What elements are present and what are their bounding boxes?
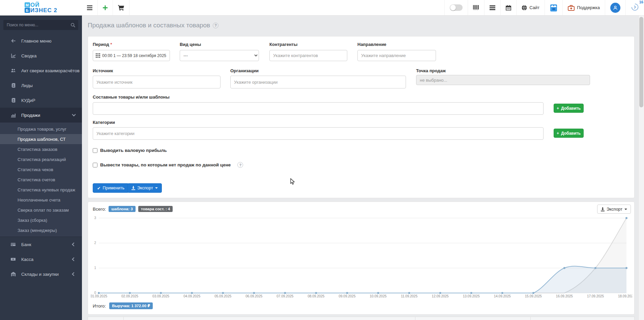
submenu-item-сверка-оплат-по-заказам[interactable]: Сверка оплат по заказам	[0, 205, 82, 215]
submenu-item-статистика-чеков[interactable]: Статистика чеков	[0, 164, 82, 175]
money-icon	[10, 257, 16, 262]
x-axis-label: 04.09.2025	[183, 294, 200, 298]
cart-button[interactable]	[113, 0, 129, 15]
submenu-item-заказ-сборка-[interactable]: Заказ (сборка)	[0, 215, 82, 225]
svg-text:2: 2	[94, 241, 96, 245]
direction-label: Направление	[357, 42, 386, 47]
logo-b-icon: Б	[25, 8, 30, 13]
barcode-icon	[473, 5, 479, 10]
counterparties-input[interactable]	[269, 50, 347, 61]
categories-input[interactable]	[93, 127, 544, 140]
barcode-button[interactable]	[468, 0, 484, 15]
export-button[interactable]: Экспорт	[127, 183, 162, 193]
history-button[interactable]: 16	[625, 0, 644, 15]
x-axis-label: 07.09.2025	[276, 294, 293, 298]
submenu-item-статистика-счетов[interactable]: Статистика счетов	[0, 175, 82, 185]
x-axis-label: 02.09.2025	[121, 294, 138, 298]
submenu-item-неоплаченные-счета[interactable]: Неоплаченные счета	[0, 195, 82, 205]
x-axis-label: 05.09.2025	[214, 294, 231, 298]
sidebar-item-продажи[interactable]: Продажи	[0, 108, 82, 123]
organizations-input[interactable]	[230, 76, 406, 88]
submenu-item-продажа-товаров-услуг[interactable]: Продажа товаров, услуг	[0, 124, 82, 134]
rows-icon	[490, 5, 495, 10]
direction-input[interactable]	[357, 50, 436, 61]
scrollbar-thumb[interactable]	[639, 17, 643, 107]
history-icon	[631, 3, 639, 11]
plus-icon: +	[557, 131, 559, 136]
sidebar-item-label: Склады и закупки	[21, 272, 59, 277]
app-logo[interactable]: М ОЙ Б ИЗНЕС 2	[0, 0, 82, 15]
results-table	[88, 317, 635, 320]
x-axis-label: 12.09.2025	[432, 294, 449, 298]
gross-profit-label[interactable]: Выводить валовую прибыль	[100, 148, 167, 153]
quick-add-button[interactable]	[98, 0, 113, 15]
search-icon	[71, 23, 75, 29]
chevron-left-icon	[72, 242, 76, 246]
logo-line2: ИЗНЕС 2	[30, 8, 57, 13]
sidebar-item-сводка[interactable]: Сводка	[0, 48, 82, 63]
submenu-item-статистика-реализаций[interactable]: Статистика реализаций	[0, 154, 82, 164]
x-axis-label: 01.09.2025	[91, 294, 107, 298]
categories-label: Категории	[93, 120, 115, 125]
menu-search-input[interactable]	[3, 20, 78, 30]
page-help-icon[interactable]: ?	[213, 23, 218, 28]
no-sales-label[interactable]: Вывести товары, по которым нет продаж по…	[100, 162, 231, 167]
sidebar-submenu-sales: Продажа товаров, услугПродажа шаблонов, …	[0, 123, 82, 237]
no-sales-checkbox[interactable]	[93, 163, 97, 167]
site-label: Сайт	[529, 5, 539, 10]
site-button[interactable]: Сайт	[516, 0, 545, 15]
menu-collapse-button[interactable]	[82, 0, 98, 15]
submenu-item-заказ-менеджеры-[interactable]: Заказ (менеджеры)	[0, 225, 82, 235]
x-axis-label: 17.09.2025	[587, 294, 604, 298]
first-aid-kit-icon	[568, 5, 575, 11]
x-axis-label: 03.09.2025	[152, 294, 169, 298]
notifications-count: 16	[639, 0, 643, 4]
results-panel: Всего: шаблона: 3 товара сост. : 4 Экспо…	[88, 202, 635, 315]
toggle-switch-off[interactable]	[450, 4, 463, 11]
x-axis-label: 14.09.2025	[494, 294, 511, 298]
apply-button[interactable]: ✔Применить	[93, 183, 129, 193]
sidebar-item-акт-сверки-взаиморасчётов[interactable]: Акт сверки взаиморасчётов	[0, 63, 82, 78]
submenu-item-статистика-нулевых-продаж[interactable]: Статистика нулевых продаж	[0, 185, 82, 195]
composite-goods-input[interactable]	[93, 102, 544, 115]
x-axis-label: 15.09.2025	[525, 294, 542, 298]
sidebar-item-касса[interactable]: Касса	[0, 252, 82, 267]
vertical-scrollbar[interactable]	[638, 16, 644, 320]
no-sales-help-icon[interactable]: ?	[237, 162, 243, 168]
add-categories-button[interactable]: +Добавить	[554, 129, 584, 138]
price-type-select[interactable]: ---	[180, 50, 259, 61]
chart-export-button[interactable]: Экспорт	[597, 205, 631, 214]
period-label: Период *	[93, 42, 112, 47]
submenu-item-статистика-заказов[interactable]: Статистика заказов	[0, 144, 82, 154]
sidebar-item-кудир[interactable]: КУДиР	[0, 93, 82, 108]
support-button[interactable]: Поддержка	[562, 0, 605, 15]
gross-profit-checkbox[interactable]	[93, 148, 97, 153]
source-label: Источник	[93, 68, 113, 73]
sidebar-item-склады-и-закупки[interactable]: Склады и закупки	[0, 267, 82, 282]
counterparties-label: Контрагенты	[269, 42, 297, 47]
chevron-left-icon	[72, 257, 76, 261]
sidebar-item-label: Акт сверки взаиморасчётов	[21, 68, 80, 73]
rows-view-button[interactable]	[484, 0, 500, 15]
add-composite-goods-button[interactable]: +Добавить	[554, 104, 584, 113]
source-input[interactable]	[93, 76, 221, 88]
filters-panel: Период * Вид цены --- Контрагенты Направ…	[88, 36, 635, 198]
profile-button[interactable]	[605, 0, 625, 15]
x-axis-label: 16.09.2025	[556, 294, 573, 298]
period-input[interactable]	[102, 53, 167, 58]
templates-count-badge: шаблона: 3	[109, 206, 136, 212]
sidebar-item-главное-меню[interactable]: Главное меню	[0, 33, 82, 48]
sidebar-item-лиды[interactable]: Лиды	[0, 78, 82, 93]
calendar-button[interactable]	[500, 0, 516, 15]
arrow-left-icon	[10, 38, 16, 43]
x-axis-label: 11.09.2025	[401, 294, 418, 298]
sidebar-item-label: Сводка	[21, 53, 37, 58]
submenu-item-продажа-шаблонов-ст[interactable]: Продажа шаблонов, СТ	[0, 134, 82, 144]
sidebar-item-банк[interactable]: Банк	[0, 237, 82, 252]
x-axis-label: 09.09.2025	[339, 294, 355, 298]
total-label: Всего:	[93, 207, 106, 212]
mybusiness-app-button[interactable]	[545, 0, 562, 15]
period-field[interactable]	[93, 50, 170, 61]
theme-toggle[interactable]	[444, 0, 468, 15]
x-axis-label: 10.09.2025	[370, 294, 386, 298]
